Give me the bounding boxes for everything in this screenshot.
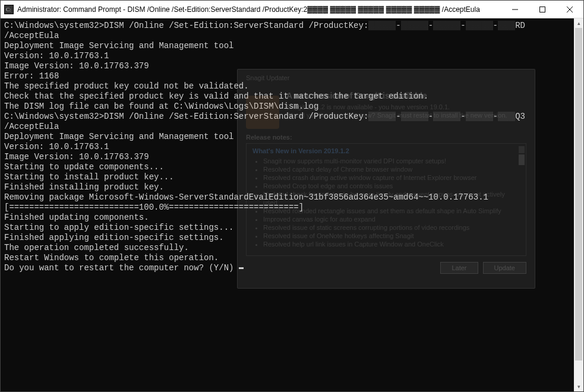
terminal-line: Starting to update components... (4, 162, 572, 172)
svg-rect-4 (540, 7, 545, 12)
scroll-down-icon[interactable]: ▾ (574, 382, 583, 391)
terminal-line: Do you want to restart the computer now?… (4, 263, 572, 273)
terminal-output[interactable]: C:\Windows\system32>DISM /Online /Set-Ed… (1, 18, 574, 391)
terminal-line: Finished applying edition-specific setti… (4, 233, 572, 243)
terminal-area: C:\Windows\system32>DISM /Online /Set-Ed… (1, 18, 583, 391)
window-controls (501, 1, 583, 18)
svg-text:C:: C: (6, 7, 11, 12)
cursor-icon (239, 267, 244, 269)
terminal-line: The operation completed successfully. (4, 243, 572, 253)
redacted-text: ▓▓▓▓▓ (401, 21, 428, 30)
terminal-line: Restart Windows to complete this operati… (4, 253, 572, 263)
terminal-line: Finished installing product key. (4, 182, 572, 192)
terminal-line: Removing package Microsoft-Windows-Serve… (4, 192, 572, 203)
minimize-button[interactable] (501, 1, 529, 18)
terminal-line: Finished updating components. (4, 213, 572, 223)
scroll-thumb[interactable] (575, 28, 582, 361)
redacted-text: ▓▓▓ (498, 112, 515, 121)
redacted-text: ▓▓▓▓▓ (368, 21, 396, 30)
redacted-text: ▓▓▓▓▓ (401, 112, 428, 121)
redacted-text: ▓▓▓▓▓ (433, 112, 460, 121)
redacted-text: ▓▓▓ (498, 21, 515, 30)
terminal-line: Version: 10.0.17763.1 (4, 142, 572, 152)
terminal-line: C:\Windows\system32>DISM /Online /Set-Ed… (4, 112, 572, 132)
scroll-up-icon[interactable]: ▴ (574, 18, 583, 28)
terminal-line: Error: 1168 (4, 71, 572, 81)
terminal-line: Starting to install product key... (4, 172, 572, 182)
terminal-line: The specified product key could not be v… (4, 81, 572, 91)
close-button[interactable] (556, 1, 583, 18)
redacted-text: ▓▓▓▓▓ (433, 21, 460, 30)
window-title: Administrator: Command Prompt - DISM /On… (17, 5, 501, 14)
terminal-line: Starting to apply edition-specific setti… (4, 223, 572, 233)
terminal-line: Version: 10.0.17763.1 (4, 51, 572, 61)
terminal-line: C:\Windows\system32>DISM /Online /Set-Ed… (4, 21, 572, 41)
redacted-text: ▓▓▓▓▓ (466, 112, 493, 121)
command-prompt-window: C: Administrator: Command Prompt - DISM … (0, 0, 584, 392)
redacted-text: ▓▓▓▓▓ (368, 112, 396, 121)
terminal-line: Deployment Image Servicing and Managemen… (4, 132, 572, 142)
cmd-icon: C: (4, 5, 14, 14)
redacted-text: ▓▓▓▓▓ (466, 21, 493, 30)
terminal-line: The DISM log file can be found at C:\Win… (4, 102, 572, 112)
terminal-line: Image Version: 10.0.17763.379 (4, 152, 572, 162)
terminal-line: Check that the specified product key is … (4, 91, 572, 102)
maximize-button[interactable] (529, 1, 556, 18)
terminal-line: Deployment Image Servicing and Managemen… (4, 41, 572, 51)
terminal-line: [==========================100.0%=======… (4, 203, 572, 213)
titlebar: C: Administrator: Command Prompt - DISM … (1, 1, 583, 18)
vertical-scrollbar[interactable]: ▴ ▾ (574, 18, 583, 391)
terminal-line: Image Version: 10.0.17763.379 (4, 61, 572, 71)
